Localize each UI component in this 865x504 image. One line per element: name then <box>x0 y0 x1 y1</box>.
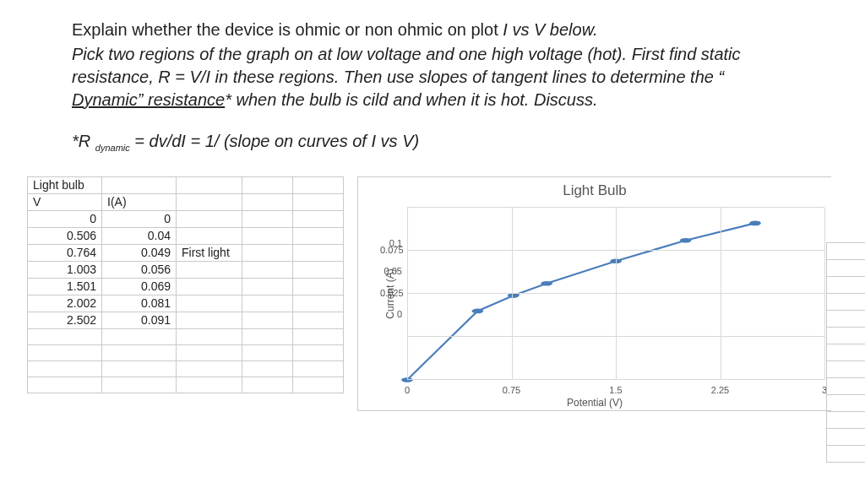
chart-point <box>508 293 520 298</box>
cell-note <box>177 278 242 295</box>
chart: Light Bulb Current (A) Potential (V) 00.… <box>357 176 831 411</box>
table-row: 2.0020.081 <box>28 295 344 312</box>
prompt-eq-a: *R <box>72 132 95 150</box>
table-row: 2.5020.091 <box>28 312 344 328</box>
table-row <box>28 377 344 393</box>
chart-point <box>680 238 692 243</box>
cell-note <box>177 295 242 312</box>
chart-line <box>407 223 755 380</box>
cell-i: 0.091 <box>102 312 177 328</box>
cell-i: 0 <box>102 210 177 227</box>
table-row: Light bulb <box>28 176 344 193</box>
cell-i: 0.056 <box>102 261 177 278</box>
question-prompt: Explain whether the device is ohmic or n… <box>72 19 798 154</box>
cell-i: 0.04 <box>102 227 177 244</box>
table-row <box>28 344 344 360</box>
prompt-line1b: I vs V below. <box>503 20 597 39</box>
chart-xlabel: Potential (V) <box>358 397 831 409</box>
cell-v: 2.502 <box>28 312 102 328</box>
page: Explain whether the device is ohmic or n… <box>0 0 865 504</box>
chart-title: Light Bulb <box>358 182 831 199</box>
cell-v: 0.506 <box>28 227 102 244</box>
chart-ytick: 0.05 <box>380 266 402 322</box>
chart-point <box>749 220 761 225</box>
chart-xtick: 0.75 <box>503 385 520 395</box>
chart-xtick: 0 <box>405 385 410 395</box>
chart-xtick: 2.25 <box>711 385 729 395</box>
cell-note <box>177 210 242 227</box>
cell-i: 0.081 <box>102 295 177 312</box>
prompt-eq-sub: dynamic <box>95 143 130 153</box>
table-row <box>28 360 344 377</box>
cell-note <box>177 312 242 328</box>
prompt-line2a: Pick two regions of the graph on at low … <box>72 45 741 86</box>
cell-i: 0.069 <box>102 278 177 295</box>
cell-note: First light <box>177 244 242 261</box>
cell-v: 2.002 <box>28 295 102 312</box>
prompt-dynamic-resistance: Dynamic” resistance <box>72 90 225 109</box>
prompt-line1a: Explain whether the device is ohmic or n… <box>72 20 503 39</box>
cell-v: 0.764 <box>28 244 102 261</box>
table-title: Light bulb <box>28 176 102 193</box>
table-row: 1.5010.069 <box>28 278 344 295</box>
table-row: V I(A) <box>28 193 344 210</box>
cell-note <box>177 227 242 244</box>
chart-xtick: 1.5 <box>609 385 622 395</box>
col-header-v: V <box>28 193 102 210</box>
table-row: 1.0030.056 <box>28 261 344 278</box>
data-table: Light bulb V I(A) 000.5060.040.7640.049F… <box>27 176 344 393</box>
cell-v: 1.003 <box>28 261 102 278</box>
col-header-i: I(A) <box>102 193 177 210</box>
prompt-line2c: * when the bulb is cild and when it is h… <box>225 90 597 109</box>
cell-v: 1.501 <box>28 278 102 295</box>
chart-point <box>541 281 552 286</box>
content-row: Light bulb V I(A) 000.5060.040.7640.049F… <box>34 176 831 411</box>
table-row: 00 <box>28 210 344 227</box>
table-row: 0.7640.049First light <box>28 244 344 261</box>
chart-point <box>471 308 483 313</box>
chart-plot-area: 00.0250.050.0750.100.751.52.253 <box>407 208 824 380</box>
prompt-eq-b: = dv/dI = 1/ (slope on curves of I vs V) <box>130 132 419 150</box>
table-row: 0.5060.04 <box>28 227 344 244</box>
table-row <box>28 328 344 344</box>
cell-v: 0 <box>28 210 102 227</box>
cell-note <box>177 261 242 278</box>
edge-grid <box>826 243 865 463</box>
cell-i: 0.049 <box>102 244 177 261</box>
